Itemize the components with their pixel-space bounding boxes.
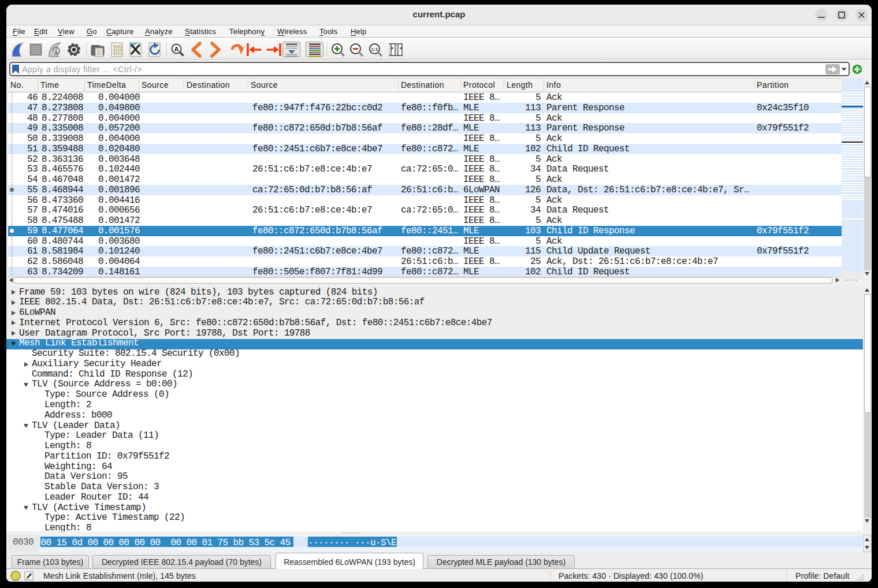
svg-text:0111: 0111 bbox=[113, 52, 122, 56]
svg-text:A: A bbox=[174, 46, 179, 53]
svg-text:1:1: 1:1 bbox=[371, 47, 378, 52]
